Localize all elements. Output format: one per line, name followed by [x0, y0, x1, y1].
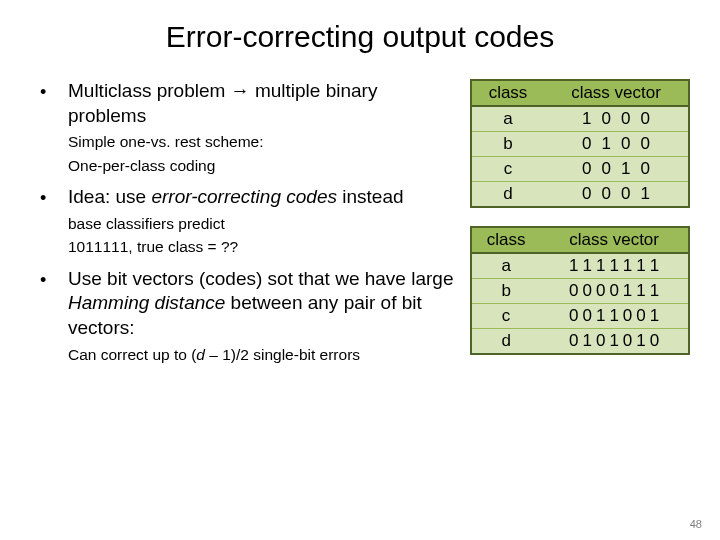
- table-ecc: class class vector a1111111 b0000111 c00…: [470, 226, 690, 355]
- table-row: a1000: [471, 106, 689, 132]
- bullet-1-sub1: Simple one-vs. rest scheme:: [68, 132, 455, 151]
- table-row: c0010: [471, 157, 689, 182]
- cell: a: [471, 253, 540, 279]
- text: – 1)/2 single-bit errors: [205, 346, 360, 363]
- bullet-2-sub2: 1011111, true class = ??: [68, 237, 455, 256]
- text: Can correct up to (: [68, 346, 196, 363]
- cell: a: [471, 106, 544, 132]
- cell: b: [471, 279, 540, 304]
- cell: d: [471, 182, 544, 208]
- text-em: Hamming distance: [68, 292, 225, 313]
- bullet-3: • Use bit vectors (codes) sot that we ha…: [40, 267, 455, 368]
- table-header: class vector: [540, 227, 689, 253]
- table-header-row: class class vector: [471, 80, 689, 106]
- page-number: 48: [690, 518, 702, 530]
- content-area: • Multiclass problem → multiple binary p…: [0, 79, 720, 374]
- table-header: class: [471, 80, 544, 106]
- cell: d: [471, 329, 540, 355]
- text-em: d: [196, 346, 205, 363]
- bullet-1-main: Multiclass problem → multiple binary pro…: [68, 79, 455, 128]
- table-row: a1111111: [471, 253, 689, 279]
- cell: c: [471, 304, 540, 329]
- table-header-row: class class vector: [471, 227, 689, 253]
- table-header: class vector: [544, 80, 689, 106]
- cell: 1000: [544, 106, 689, 132]
- bullet-icon: •: [40, 185, 68, 260]
- cell: 0011001: [540, 304, 689, 329]
- cell: 0000111: [540, 279, 689, 304]
- text-em: error-correcting codes: [151, 186, 337, 207]
- bullet-2-sub1: base classifiers predict: [68, 214, 455, 233]
- cell: 0010: [544, 157, 689, 182]
- cell: 0100: [544, 132, 689, 157]
- arrow-icon: →: [231, 80, 250, 101]
- slide-title: Error-correcting output codes: [0, 0, 720, 79]
- table-row: d0001: [471, 182, 689, 208]
- right-column: class class vector a1000 b0100 c0010 d00…: [470, 79, 690, 374]
- table-one-per-class: class class vector a1000 b0100 c0010 d00…: [470, 79, 690, 208]
- table-row: d0101010: [471, 329, 689, 355]
- bullet-icon: •: [40, 79, 68, 179]
- cell: 1111111: [540, 253, 689, 279]
- bullet-1: • Multiclass problem → multiple binary p…: [40, 79, 455, 179]
- bullet-3-sub: Can correct up to (d – 1)/2 single-bit e…: [68, 345, 455, 364]
- cell: 0001: [544, 182, 689, 208]
- text: Use bit vectors (codes) sot that we have…: [68, 268, 453, 289]
- bullet-1-sub2: One-per-class coding: [68, 156, 455, 175]
- bullet-2-main: Idea: use error-correcting codes instead: [68, 185, 455, 210]
- cell: 0101010: [540, 329, 689, 355]
- table-row: c0011001: [471, 304, 689, 329]
- bullet-3-main: Use bit vectors (codes) sot that we have…: [68, 267, 455, 341]
- text: Multiclass problem: [68, 80, 231, 101]
- cell: b: [471, 132, 544, 157]
- bullet-icon: •: [40, 267, 68, 368]
- left-column: • Multiclass problem → multiple binary p…: [40, 79, 470, 374]
- text: Idea: use: [68, 186, 151, 207]
- table-header: class: [471, 227, 540, 253]
- table-row: b0100: [471, 132, 689, 157]
- text: instead: [337, 186, 404, 207]
- bullet-2: • Idea: use error-correcting codes inste…: [40, 185, 455, 260]
- cell: c: [471, 157, 544, 182]
- table-row: b0000111: [471, 279, 689, 304]
